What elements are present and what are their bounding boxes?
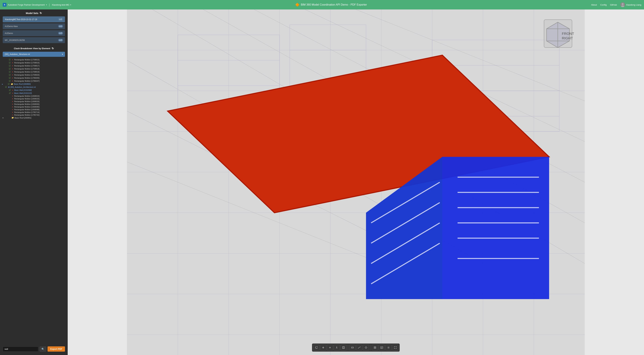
model-set-version-1: v-1 xyxy=(58,25,63,27)
list-item[interactable]: ☑ ✕ Rectangular Mullion [1708818] xyxy=(1,67,67,70)
clash-x-icon: ✕ xyxy=(12,71,14,73)
list-item[interactable]: ☑ ✕ Basic Wall [2152068] xyxy=(1,89,67,92)
navbar-divider: | xyxy=(49,3,50,6)
search-button[interactable]: 🔍 xyxy=(40,347,46,352)
clash-x-icon: ✕ xyxy=(12,95,14,97)
check-icon: ☑ xyxy=(9,74,11,76)
svg-marker-38 xyxy=(442,157,549,299)
toolbar-section-btn[interactable] xyxy=(350,345,356,351)
item-label: Rectangular Mullion [1068025] xyxy=(14,98,40,100)
list-item[interactable]: ✕ Rectangular Mullion [1068065] xyxy=(1,103,67,105)
tree-section-basic-roof-260860[interactable]: ▸ ☑ 📁 Basic Roof [260860] xyxy=(1,82,67,85)
toolbar-properties-btn[interactable] xyxy=(379,345,385,351)
list-item[interactable]: ✕ Rectangular Mullion [1068088] xyxy=(1,108,67,111)
list-item[interactable]: ☑ ✕ Rectangular Mullion [1786005] xyxy=(1,76,67,79)
tree-section-basic-roof-260891[interactable]: ▸ 📁 Basic Roof [260891] xyxy=(1,116,67,119)
user-name: Xiaodong Liang xyxy=(626,3,641,6)
clash-x-icon: ✕ xyxy=(12,59,14,61)
svg-point-0 xyxy=(622,3,624,5)
navbar: B Autodesk Forge Partner Development ▾ |… xyxy=(0,0,644,9)
item-label: Rectangular Mullion [1068088] xyxy=(14,108,40,111)
list-item[interactable]: ✕ Rectangular Mullion [1068025] xyxy=(1,97,67,100)
item-label: [3D]_Audubon_Architecture.rvt xyxy=(10,86,36,88)
svg-point-59 xyxy=(336,347,337,347)
toolbar-fullscreen-btn[interactable] xyxy=(392,345,398,351)
list-item[interactable]: ✕ Rectangular Mullion [1068080] xyxy=(1,105,67,108)
list-item[interactable]: ✕ Rectangular Mullion [1785742] xyxy=(1,114,67,116)
model-set-list: XiaodongMCTest-2019-10-31-17-19 v-2 AUDe… xyxy=(0,16,68,44)
item-label: Rectangular Mullion [1068024] xyxy=(14,95,40,97)
model-set-name-2: AUDemo xyxy=(5,32,13,34)
config-link[interactable]: Config xyxy=(600,3,607,6)
list-item[interactable]: ☑ ✕ Rectangular Mullion [1708816] xyxy=(1,61,67,64)
toolbar-measure-btn[interactable] xyxy=(356,345,362,351)
account-selector[interactable]: Xiaodong-test-MC ▾ xyxy=(52,3,71,6)
account-label: Xiaodong-test-MC xyxy=(52,3,70,6)
toolbar-fit-btn[interactable] xyxy=(340,345,346,351)
model-sets-title: Model Sets xyxy=(26,12,38,14)
tree-section-audubon-arch[interactable]: ☑ ⊞ [3D]_Audubon_Architecture.rvt xyxy=(1,85,67,89)
item-label: Basic Wall [2152123] xyxy=(14,92,32,94)
svg-text:FRONT: FRONT xyxy=(562,32,574,35)
clash-x-icon: ✕ xyxy=(12,109,14,111)
clash-x-icon: ✕ xyxy=(12,111,14,113)
list-item[interactable]: ☑ ✕ Rectangular Mullion [1708819] xyxy=(1,70,67,73)
check-icon: ☑ xyxy=(9,92,11,94)
toolbar-settings-btn[interactable] xyxy=(386,345,392,351)
sidebar-bottom: 🔍 Export PDF xyxy=(0,345,68,353)
toolbar-model-tree-btn[interactable] xyxy=(372,345,378,351)
clash-view-dropdown[interactable]: [3D]_Audubon_Structure.rvt ▾ xyxy=(3,52,65,57)
model-sets-refresh-icon[interactable]: ↻ xyxy=(40,11,42,15)
list-item[interactable]: ☑ ✕ Rectangular Mullion [1708815] xyxy=(1,58,67,61)
clash-x-icon: ✕ xyxy=(12,68,14,70)
item-label: Basic Roof [260891] xyxy=(14,117,31,119)
check-icon: ☑ xyxy=(8,83,10,85)
search-input[interactable] xyxy=(3,347,38,352)
list-item[interactable]: ✕ Rectangular Mullion [1068024] xyxy=(1,95,67,97)
clash-x-icon: ✕ xyxy=(12,62,14,64)
nav-cube-group: FRONT RIGHT xyxy=(544,19,574,47)
model-set-item-3[interactable]: MC_20190925130256 v-2 xyxy=(3,37,65,43)
folder-icon: 📁 xyxy=(11,83,13,85)
check-icon: ☑ xyxy=(9,58,11,61)
viewer-area: FRONT RIGHT xyxy=(68,9,644,355)
clash-x-icon: ✕ xyxy=(12,92,14,94)
model-set-item-0[interactable]: XiaodongMCTest-2019-10-31-17-19 v-2 xyxy=(3,16,65,22)
clash-header: Clash Breakdown View by Element ↻ xyxy=(0,47,68,50)
clash-refresh-icon[interactable]: ↻ xyxy=(52,47,54,50)
item-label: Rectangular Mullion [1708819] xyxy=(14,71,40,73)
toolbar-walk-btn[interactable] xyxy=(334,345,340,351)
toolbar-orbit-btn[interactable] xyxy=(313,345,320,351)
export-pdf-button[interactable]: Export PDF xyxy=(48,346,65,352)
toolbar-zoom-btn[interactable] xyxy=(327,345,333,351)
model-set-name-0: XiaodongMCTest-2019-10-31-17-19 xyxy=(5,18,37,21)
list-item[interactable]: ☑ ✕ Rectangular Mullion [1786047] xyxy=(1,79,67,82)
check-icon: ☑ xyxy=(9,61,11,64)
model-set-name-3: MC_20190925130256 xyxy=(5,39,25,41)
autodesk-dropdown-arrow: ▾ xyxy=(46,4,47,6)
github-link[interactable]: GitHub xyxy=(610,3,617,6)
item-label: Rectangular Mullion [1785714] xyxy=(14,111,40,113)
svg-text:RIGHT: RIGHT xyxy=(562,36,573,40)
toolbar-markup-btn[interactable] xyxy=(363,345,369,351)
expand-icon: ▸ xyxy=(3,117,5,119)
list-item[interactable]: ✕ Rectangular Mullion [1785714] xyxy=(1,111,67,114)
list-item[interactable]: ☑ ✕ Rectangular Mullion [1708817] xyxy=(1,64,67,67)
svg-rect-67 xyxy=(374,347,375,348)
model-set-item-1[interactable]: AUDemo-New v-1 xyxy=(3,23,65,29)
item-label: Rectangular Mullion [1708820] xyxy=(14,74,40,76)
toolbar-pan-btn[interactable] xyxy=(320,345,326,351)
svg-point-1 xyxy=(621,5,624,7)
list-item[interactable]: ☑ ✕ Basic Wall [2152123] xyxy=(1,92,67,95)
clash-tree[interactable]: ☑ ✕ Rectangular Mullion [1708815] ☑ ✕ Re… xyxy=(0,58,68,345)
list-item[interactable]: ☑ ✕ Rectangular Mullion [1708820] xyxy=(1,73,67,76)
autodesk-label: Autodesk Forge Partner Development xyxy=(8,3,45,6)
item-label: Rectangular Mullion [1708818] xyxy=(14,68,40,70)
about-link[interactable]: About xyxy=(591,3,597,6)
clash-x-icon: ✕ xyxy=(12,74,14,76)
clash-view-arrow: ▾ xyxy=(62,53,63,55)
item-label: Basic Wall [2152068] xyxy=(14,89,32,91)
model-set-item-2[interactable]: AUDemo v-2 xyxy=(3,30,65,36)
list-item[interactable]: ✕ Rectangular Mullion [1068026] xyxy=(1,100,67,103)
autodesk-brand[interactable]: B Autodesk Forge Partner Development ▾ xyxy=(3,3,47,6)
